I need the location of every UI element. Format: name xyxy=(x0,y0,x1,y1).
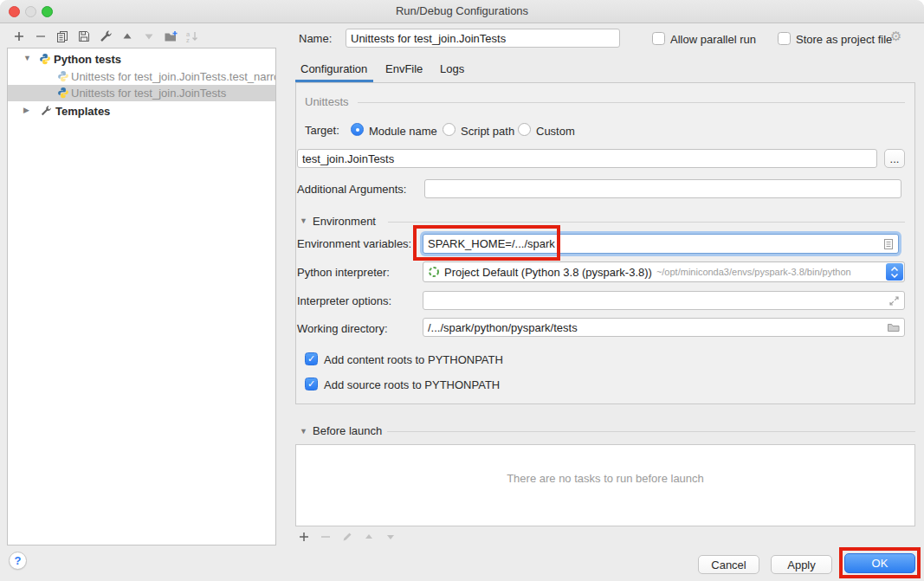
configurations-tree: ▼ Python tests Unittests for test_join.J… xyxy=(7,48,276,545)
new-folder-icon[interactable] xyxy=(164,29,178,43)
python-icon xyxy=(57,87,69,99)
target-script-path-label: Script path xyxy=(461,125,514,138)
tree-item-unittests-test-narrow[interactable]: Unittests for test_join.JoinTests.test_n… xyxy=(8,68,275,85)
tab-configuration[interactable]: Configuration xyxy=(300,62,367,75)
target-module-name-radio[interactable] xyxy=(351,123,364,136)
add-content-roots-checkbox[interactable]: ✓ xyxy=(305,352,318,365)
tree-item-python-tests[interactable]: ▼ Python tests xyxy=(8,51,275,68)
expand-icon[interactable] xyxy=(888,295,900,307)
before-launch-empty-text: There are no tasks to run before launch xyxy=(296,472,914,485)
interpreter-options-label: Interpreter options: xyxy=(297,294,391,307)
working-directory-label: Working directory: xyxy=(297,322,388,335)
python-interpreter-label: Python interpreter: xyxy=(297,266,390,279)
help-button[interactable]: ? xyxy=(9,552,27,570)
chevron-down-icon[interactable]: ▼ xyxy=(23,54,31,62)
environment-collapse-icon[interactable]: ▼ xyxy=(300,216,307,225)
remove-configuration-icon[interactable] xyxy=(34,29,48,43)
target-label: Target: xyxy=(305,124,339,137)
svg-text:z: z xyxy=(186,36,190,43)
window-title: Run/Debug Configurations xyxy=(0,0,924,23)
section-divider xyxy=(388,222,905,223)
allow-parallel-run-label: Allow parallel run xyxy=(670,33,756,46)
combo-stepper-icon[interactable] xyxy=(886,263,903,281)
tab-envfile[interactable]: EnvFile xyxy=(385,62,423,75)
apply-button[interactable]: Apply xyxy=(771,555,832,574)
move-task-down-icon xyxy=(384,530,397,544)
sort-configurations-icon: az xyxy=(185,29,199,43)
python-icon xyxy=(39,53,51,65)
allow-parallel-run-checkbox[interactable] xyxy=(652,32,665,45)
environment-variables-label: Environment variables: xyxy=(297,237,411,250)
tree-item-unittests-jointests[interactable]: Unittests for test_join.JoinTests xyxy=(8,85,275,101)
interpreter-env-icon xyxy=(428,266,440,278)
remove-task-icon xyxy=(319,530,333,544)
module-name-field[interactable] xyxy=(297,149,877,168)
save-configuration-icon[interactable] xyxy=(77,29,91,43)
edit-templates-icon[interactable] xyxy=(99,29,113,43)
tree-item-label: Templates xyxy=(55,105,110,118)
gear-icon[interactable]: ⚙ xyxy=(890,29,901,44)
interpreter-options-input[interactable] xyxy=(428,294,885,307)
run-debug-configurations-dialog: Run/Debug Configurations az ▼ xyxy=(0,0,924,581)
before-launch-task-list[interactable]: There are no tasks to run before launch xyxy=(295,444,915,526)
module-name-input[interactable] xyxy=(302,152,872,165)
zoom-window-icon[interactable] xyxy=(42,6,53,17)
python-interpreter-value: Project Default (Python 3.8 (pyspark-3.8… xyxy=(444,266,652,279)
additional-arguments-input[interactable] xyxy=(430,183,896,196)
folder-icon[interactable] xyxy=(887,322,900,332)
section-divider xyxy=(358,102,905,103)
add-source-roots-label: Add source roots to PYTHONPATH xyxy=(324,378,500,391)
before-launch-section-label: Before launch xyxy=(313,424,382,437)
target-custom-label: Custom xyxy=(536,125,575,138)
close-window-icon[interactable] xyxy=(9,6,20,17)
environment-variables-input[interactable] xyxy=(428,237,880,250)
target-script-path-radio[interactable] xyxy=(443,123,456,136)
title-bar: Run/Debug Configurations xyxy=(0,0,924,23)
tree-item-label: Unittests for test_join.JoinTests.test_n… xyxy=(71,70,275,83)
minimize-window-icon xyxy=(25,6,36,17)
working-directory-input[interactable] xyxy=(428,321,883,334)
before-launch-collapse-icon[interactable]: ▼ xyxy=(300,427,307,436)
interpreter-options-field[interactable] xyxy=(423,291,905,310)
copy-configuration-icon[interactable] xyxy=(55,29,69,43)
store-as-project-file-checkbox[interactable] xyxy=(778,32,791,45)
ok-button[interactable]: OK xyxy=(844,553,915,573)
python-interpreter-select[interactable]: Project Default (Python 3.8 (pyspark-3.8… xyxy=(423,261,905,282)
python-icon xyxy=(57,70,69,82)
move-down-icon xyxy=(142,29,156,43)
edit-task-icon xyxy=(340,530,354,544)
add-task-icon[interactable] xyxy=(297,530,311,544)
additional-arguments-label: Additional Arguments: xyxy=(297,183,406,196)
section-divider xyxy=(387,431,915,432)
target-module-name-label: Module name xyxy=(369,125,437,138)
name-input[interactable] xyxy=(351,32,615,45)
add-source-roots-checkbox[interactable]: ✓ xyxy=(305,378,318,391)
add-content-roots-label: Add content roots to PYTHONPATH xyxy=(324,353,503,366)
wrench-icon xyxy=(40,105,52,117)
tree-item-templates[interactable]: ▶ Templates xyxy=(8,103,275,119)
python-interpreter-path: ~/opt/miniconda3/envs/pyspark-3.8/bin/py… xyxy=(656,267,851,277)
name-label: Name: xyxy=(299,32,332,45)
target-custom-radio[interactable] xyxy=(518,123,531,136)
environment-section-label: Environment xyxy=(313,215,376,228)
configurations-toolbar: az xyxy=(12,29,199,43)
move-task-up-icon xyxy=(362,530,376,544)
chevron-right-icon[interactable]: ▶ xyxy=(23,106,29,114)
move-up-icon[interactable] xyxy=(120,29,134,43)
browse-module-button[interactable]: ... xyxy=(884,149,905,168)
additional-arguments-field[interactable] xyxy=(424,179,901,198)
before-launch-toolbar xyxy=(297,530,397,544)
tab-logs[interactable]: Logs xyxy=(440,62,464,75)
cancel-button[interactable]: Cancel xyxy=(698,555,759,574)
name-field[interactable] xyxy=(346,29,620,48)
tree-item-label: Python tests xyxy=(54,53,121,66)
store-as-project-file-label: Store as project file xyxy=(796,33,892,46)
add-configuration-icon[interactable] xyxy=(12,29,26,43)
environment-variables-field[interactable] xyxy=(423,234,899,254)
tree-item-label: Unittests for test_join.JoinTests xyxy=(71,87,226,100)
working-directory-field[interactable] xyxy=(423,318,905,337)
unittests-section-label: Unittests xyxy=(305,95,349,108)
list-icon[interactable] xyxy=(883,238,894,250)
